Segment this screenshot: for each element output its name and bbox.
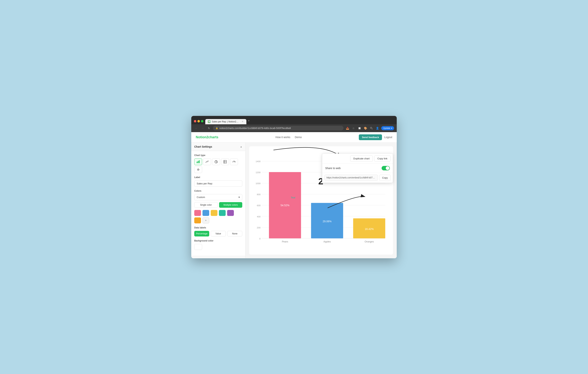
- svg-rect-2: [199, 160, 200, 163]
- bg-color-swatch[interactable]: [194, 244, 202, 250]
- svg-text:1400: 1400: [256, 160, 261, 163]
- bookmark-icon[interactable]: ☆: [351, 126, 356, 131]
- none-btn[interactable]: None: [227, 231, 242, 236]
- active-tab[interactable]: 📊 Sales per Rep: | Notion2Charts ✕: [205, 119, 246, 124]
- value-btn[interactable]: Value: [211, 231, 226, 236]
- address-bar: ← → ↻ 🔒 notion2charts.com/builder/1ccfd8…: [191, 124, 397, 132]
- app-header: Notion2charts How it works Demo Send fee…: [191, 132, 397, 142]
- colors-dropdown[interactable]: Custom ▾: [194, 194, 242, 200]
- tab-title-text: Sales per Rep: | Notion2Charts: [212, 120, 240, 123]
- chart-area: Duplicate chart Copy link Share to web h…: [245, 142, 397, 258]
- color-swatch-pink[interactable]: [194, 210, 201, 216]
- forward-btn[interactable]: →: [200, 126, 205, 131]
- close-window-btn[interactable]: [194, 120, 196, 122]
- nav-links: How it works Demo: [275, 136, 302, 139]
- maximize-window-btn[interactable]: [201, 120, 203, 122]
- add-color-btn[interactable]: +: [202, 217, 209, 223]
- data-section-header[interactable]: Data ▲: [191, 256, 245, 258]
- traffic-lights: [194, 120, 203, 124]
- radial-icon: [197, 168, 200, 171]
- dropdown-popup: Duplicate chart Copy link Share to web h…: [322, 153, 393, 183]
- update-btn-label: Update: [383, 127, 390, 130]
- chart-type-grid: [194, 158, 242, 173]
- svg-rect-1: [198, 161, 199, 163]
- line-chart-icon: [205, 160, 209, 163]
- tab-close-btn[interactable]: ✕: [241, 120, 244, 123]
- chart-settings-title: Chart Settings: [194, 145, 212, 148]
- color-swatch-blue[interactable]: [202, 210, 209, 216]
- svg-text:800: 800: [257, 193, 261, 196]
- share-to-web-label: Share to web: [325, 167, 341, 170]
- update-btn[interactable]: Update ▾: [381, 126, 394, 130]
- svg-rect-0: [197, 162, 198, 163]
- header-right: Send feedback Logout: [359, 134, 392, 140]
- copy-url-btn[interactable]: Copy: [379, 175, 390, 181]
- multiple-colors-btn[interactable]: Multiple colors: [219, 202, 242, 208]
- url-text: notion2charts.com/builder/1ccfd84f-b079-…: [219, 127, 291, 130]
- colors-dropdown-value: Custom: [197, 196, 205, 199]
- nav-how-it-works[interactable]: How it works: [275, 136, 290, 139]
- svg-text:Teal: Teal: [291, 196, 295, 199]
- chart-settings-chevron: ▲: [240, 145, 242, 148]
- extension1-icon[interactable]: 🔌: [369, 126, 374, 131]
- embed-url: https://notion2charts.com/embed/1ccfd84f…: [325, 175, 378, 181]
- screenshot-icon[interactable]: 🔲: [357, 126, 362, 131]
- tabs-row: 📊 Sales per Rep: | Notion2Charts ✕ +: [205, 118, 394, 124]
- svg-text:54.52%: 54.52%: [281, 204, 289, 207]
- color-mode-btns: Single color Multiple colors: [194, 202, 242, 208]
- app-content: Notion2charts How it works Demo Send fee…: [191, 132, 397, 258]
- svg-text:400: 400: [257, 215, 261, 218]
- chart-type-gauge[interactable]: [230, 158, 238, 165]
- label-input[interactable]: [194, 181, 242, 187]
- toolbar-icons: 📤 ☆ 🔲 🎨 🔌 👤: [345, 126, 380, 131]
- chart-type-line[interactable]: [203, 158, 211, 165]
- nav-demo[interactable]: Demo: [295, 136, 302, 139]
- color-swatches-row2: +: [194, 217, 242, 223]
- colors-label: Colors: [194, 190, 242, 192]
- svg-line-5: [216, 162, 217, 162]
- theme-icon[interactable]: 🎨: [363, 126, 368, 131]
- color-swatch-orange[interactable]: [194, 217, 201, 223]
- chart-settings-header[interactable]: Chart Settings ▲: [191, 142, 245, 151]
- svg-line-10: [234, 162, 235, 162]
- chart-type-radial[interactable]: [194, 166, 202, 173]
- single-color-btn[interactable]: Single color: [194, 202, 218, 208]
- svg-point-12: [197, 169, 199, 171]
- percentage-btn[interactable]: Percentage: [194, 231, 209, 236]
- send-feedback-btn[interactable]: Send feedback: [359, 134, 382, 140]
- url-bar[interactable]: 🔒 notion2charts.com/builder/1ccfd84f-b07…: [213, 126, 344, 131]
- colors-section: Colors Custom ▾ Single color Multiple co…: [194, 190, 242, 223]
- lock-icon: 🔒: [216, 127, 218, 129]
- svg-text:600: 600: [257, 204, 261, 207]
- minimize-window-btn[interactable]: [198, 120, 200, 122]
- bg-color-section: Background color: [194, 239, 242, 250]
- color-swatch-purple[interactable]: [227, 210, 234, 216]
- data-labels-section: Data labels Percentage Value None: [194, 226, 242, 236]
- reload-btn[interactable]: ↻: [207, 126, 211, 131]
- label-field-label: Label: [194, 176, 242, 179]
- chart-type-pie[interactable]: [212, 158, 220, 165]
- svg-text:0: 0: [259, 237, 261, 240]
- color-swatch-yellow[interactable]: [211, 210, 217, 216]
- gauge-icon: [232, 160, 236, 163]
- share-toggle[interactable]: [382, 166, 390, 170]
- logout-btn[interactable]: Logout: [384, 136, 392, 139]
- chart-type-table[interactable]: [221, 158, 229, 165]
- duplicate-chart-btn[interactable]: Duplicate chart: [350, 155, 373, 162]
- copy-link-btn[interactable]: Copy link: [374, 155, 390, 162]
- svg-text:Pears: Pears: [282, 240, 288, 243]
- app-logo[interactable]: Notion2charts: [196, 135, 218, 139]
- chart-type-bar[interactable]: [194, 158, 202, 165]
- back-btn[interactable]: ←: [194, 126, 199, 131]
- share-icon[interactable]: 📤: [345, 126, 350, 131]
- browser-window: 📊 Sales per Rep: | Notion2Charts ✕ + ← →…: [191, 116, 397, 258]
- profile-icon[interactable]: 👤: [375, 126, 380, 131]
- popup-actions-row: Duplicate chart Copy link: [322, 154, 393, 164]
- svg-text:1200: 1200: [256, 171, 261, 174]
- color-swatch-teal[interactable]: [219, 210, 226, 216]
- table-icon: [223, 160, 227, 163]
- new-tab-btn[interactable]: +: [246, 118, 251, 124]
- color-swatches: [194, 210, 242, 216]
- sidebar: Chart Settings ▲ Chart type: [191, 142, 245, 258]
- svg-text:1000: 1000: [256, 182, 261, 185]
